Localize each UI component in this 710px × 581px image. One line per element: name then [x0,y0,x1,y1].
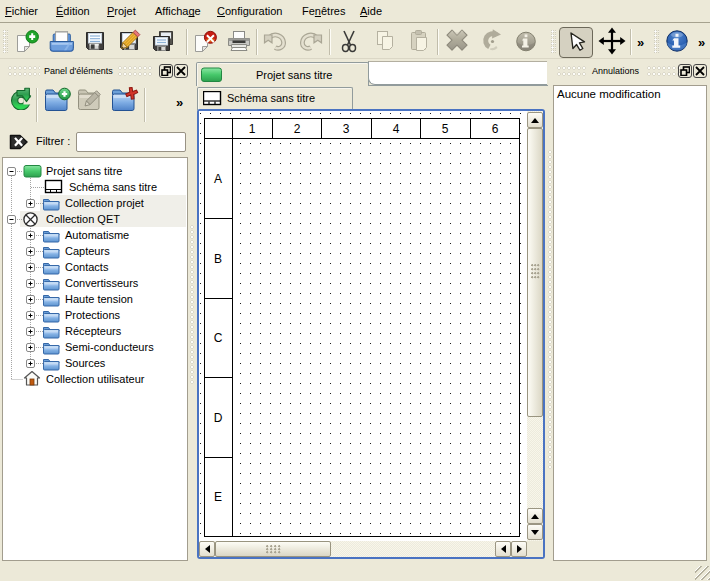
svg-text:Récepteurs: Récepteurs [65,325,122,337]
svg-text:Haute tension: Haute tension [65,293,133,305]
svg-text:E: E [214,490,222,504]
svg-text:Convertisseurs: Convertisseurs [65,277,139,289]
svg-text:Capteurs: Capteurs [65,245,110,257]
svg-text:4: 4 [393,122,400,136]
svg-text:Sources: Sources [65,357,106,369]
svg-text:1: 1 [249,122,256,136]
svg-text:2: 2 [294,122,301,136]
svg-text:D: D [214,411,223,425]
svg-text:Automatisme: Automatisme [65,229,129,241]
svg-text:3: 3 [343,122,350,136]
svg-text:C: C [214,331,223,345]
svg-text:Protections: Protections [65,309,121,321]
svg-text:Collection projet: Collection projet [65,197,144,209]
svg-text:B: B [214,252,222,266]
svg-text:Projet sans titre: Projet sans titre [46,165,122,177]
svg-text:Collection utilisateur: Collection utilisateur [46,373,145,385]
svg-text:5: 5 [442,122,449,136]
svg-text:Schéma sans titre: Schéma sans titre [69,181,157,193]
svg-text:Semi-conducteurs: Semi-conducteurs [65,341,154,353]
svg-text:Contacts: Contacts [65,261,109,273]
svg-text:Collection QET: Collection QET [46,213,120,225]
svg-text:6: 6 [492,122,499,136]
svg-text:A: A [214,172,222,186]
